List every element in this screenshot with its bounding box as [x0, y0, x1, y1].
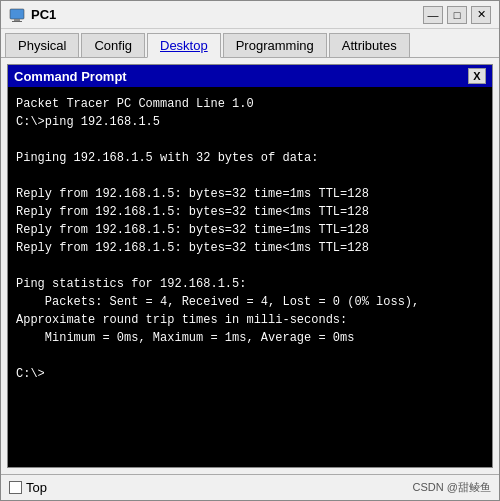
top-label: Top — [26, 480, 47, 495]
svg-rect-2 — [12, 21, 22, 22]
tab-programming[interactable]: Programming — [223, 33, 327, 57]
top-checkbox[interactable] — [9, 481, 22, 494]
minimize-button[interactable]: — — [423, 6, 443, 24]
cmd-close-button[interactable]: X — [468, 68, 486, 84]
main-window: PC1 — □ ✕ Physical Config Desktop Progra… — [0, 0, 500, 501]
title-bar-left: PC1 — [9, 7, 56, 23]
svg-rect-0 — [10, 9, 24, 19]
tab-physical[interactable]: Physical — [5, 33, 79, 57]
maximize-button[interactable]: □ — [447, 6, 467, 24]
title-bar-controls: — □ ✕ — [423, 6, 491, 24]
cmd-window: Command Prompt X Packet Tracer PC Comman… — [7, 64, 493, 468]
tab-config[interactable]: Config — [81, 33, 145, 57]
pc-icon — [9, 7, 25, 23]
title-bar: PC1 — □ ✕ — [1, 1, 499, 29]
content-area: Command Prompt X Packet Tracer PC Comman… — [1, 58, 499, 474]
cmd-output[interactable]: Packet Tracer PC Command Line 1.0 C:\>pi… — [8, 87, 492, 467]
svg-rect-1 — [14, 19, 20, 21]
cmd-title-bar: Command Prompt X — [8, 65, 492, 87]
bottom-left: Top — [9, 480, 47, 495]
bottom-bar: Top CSDN @甜鲮鱼 — [1, 474, 499, 500]
tab-bar: Physical Config Desktop Programming Attr… — [1, 29, 499, 58]
tab-attributes[interactable]: Attributes — [329, 33, 410, 57]
tab-desktop[interactable]: Desktop — [147, 33, 221, 58]
close-button[interactable]: ✕ — [471, 6, 491, 24]
watermark: CSDN @甜鲮鱼 — [413, 480, 491, 495]
cmd-title-label: Command Prompt — [14, 69, 127, 84]
window-title: PC1 — [31, 7, 56, 22]
